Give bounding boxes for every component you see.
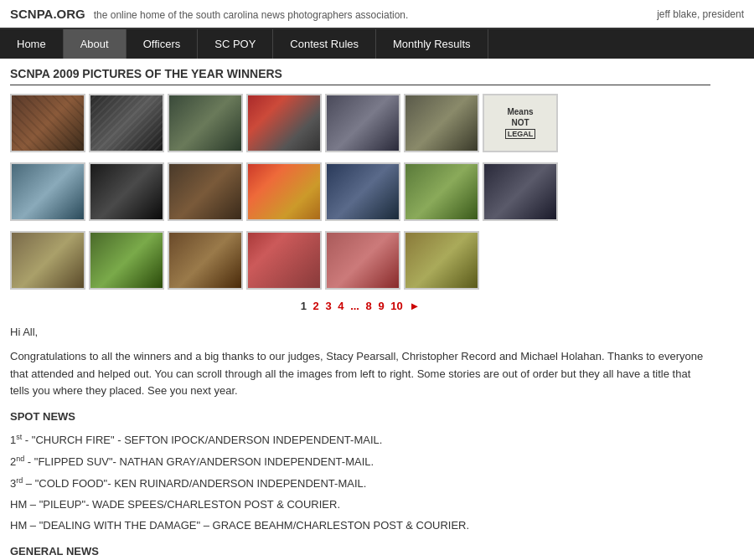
photo-thumb-9[interactable] bbox=[89, 162, 164, 221]
photo-thumb-20[interactable] bbox=[404, 231, 479, 290]
page-10[interactable]: 10 bbox=[390, 300, 402, 312]
photo-thumb-3[interactable] bbox=[168, 94, 243, 152]
president-label: jeff blake, president bbox=[657, 8, 744, 20]
photo-thumb-10[interactable] bbox=[168, 162, 243, 221]
main-content: SCNPA 2009 PICTURES OF THE YEAR WINNERS … bbox=[0, 59, 720, 560]
award-2nd: 2nd - "FLIPPED SUV"- NATHAN GRAY/ANDERSO… bbox=[10, 453, 710, 471]
page-8[interactable]: 8 bbox=[366, 300, 372, 312]
top-bar: SCNPA.ORG the online home of the south c… bbox=[0, 0, 754, 29]
nav-monthly-results[interactable]: Monthly Results bbox=[376, 29, 488, 59]
main-nav: Home About Officers SC POY Contest Rules… bbox=[0, 29, 754, 59]
next-page-button[interactable]: ► bbox=[409, 300, 420, 312]
photo-thumb-15[interactable] bbox=[10, 231, 85, 290]
photo-thumb-11[interactable] bbox=[246, 162, 322, 221]
photo-thumb-19[interactable] bbox=[325, 231, 400, 290]
nav-contest-rules[interactable]: Contest Rules bbox=[273, 29, 376, 59]
photo-thumb-5[interactable] bbox=[325, 94, 400, 152]
photo-thumb-7[interactable]: MeansNOTLEGAL bbox=[483, 94, 558, 152]
award-1st: 1st - "CHURCH FIRE" - SEFTON IPOCK/ANDER… bbox=[10, 431, 710, 450]
spot-news-heading: SPOT NEWS bbox=[10, 408, 710, 426]
page-3[interactable]: 3 bbox=[325, 300, 331, 312]
photo-grid-row2 bbox=[10, 162, 710, 221]
photo-thumb-17[interactable] bbox=[168, 231, 243, 290]
greeting: Hi All, bbox=[10, 324, 710, 342]
photo-thumb-18[interactable] bbox=[246, 231, 322, 290]
page-ellipsis: ... bbox=[350, 300, 359, 312]
photo-grid-row1: MeansNOTLEGAL bbox=[10, 94, 710, 152]
general-news-heading: GENERAL NEWS bbox=[10, 543, 710, 560]
photo-thumb-12[interactable] bbox=[325, 162, 400, 221]
nav-home[interactable]: Home bbox=[0, 29, 64, 59]
nav-officers[interactable]: Officers bbox=[127, 29, 199, 59]
photo-thumb-13[interactable] bbox=[404, 162, 479, 221]
award-hm1: HM – "PILEUP"- WADE SPEES/CHARLESTON POS… bbox=[10, 496, 710, 514]
site-logo: SCNPA.ORG bbox=[10, 7, 85, 21]
page-1[interactable]: 1 bbox=[301, 300, 307, 312]
nav-about[interactable]: About bbox=[64, 29, 127, 59]
nav-sc-poy[interactable]: SC POY bbox=[198, 29, 273, 59]
photo-thumb-1[interactable] bbox=[10, 94, 85, 152]
photo-thumb-4[interactable] bbox=[246, 94, 322, 152]
intro-paragraph: Congratulations to all the winners and a… bbox=[10, 348, 710, 400]
text-content: Hi All, Congratulations to all the winne… bbox=[10, 324, 710, 560]
photo-thumb-16[interactable] bbox=[89, 231, 164, 290]
page-title: SCNPA 2009 PICTURES OF THE YEAR WINNERS bbox=[10, 67, 710, 85]
pagination: 1 2 3 4 ... 8 9 10 ► bbox=[10, 300, 710, 312]
award-hm2: HM – "DEALING WITH THE DAMAGE" – GRACE B… bbox=[10, 517, 710, 535]
site-tagline: the online home of the south carolina ne… bbox=[94, 9, 409, 21]
page-4[interactable]: 4 bbox=[338, 300, 343, 312]
award-3rd: 3rd – "COLD FOOD"- KEN RUINARD/ANDERSON … bbox=[10, 475, 710, 493]
photo-thumb-14[interactable] bbox=[483, 162, 558, 221]
top-bar-left: SCNPA.ORG the online home of the south c… bbox=[10, 7, 408, 21]
page-9[interactable]: 9 bbox=[378, 300, 384, 312]
photo-grid-row3 bbox=[10, 231, 710, 290]
page-2[interactable]: 2 bbox=[313, 300, 319, 312]
photo-thumb-2[interactable] bbox=[89, 94, 164, 152]
photo-thumb-8[interactable] bbox=[10, 162, 85, 221]
photo-thumb-6[interactable] bbox=[404, 94, 479, 152]
